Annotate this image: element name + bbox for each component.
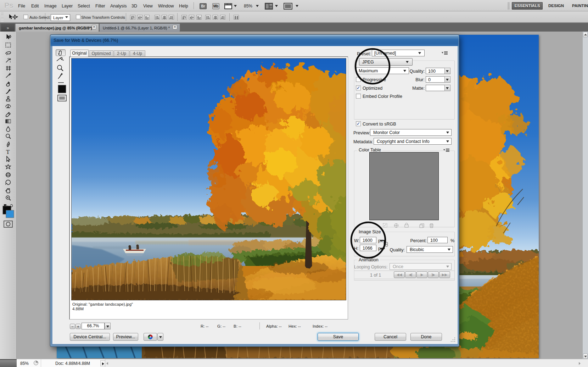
svg-text:T: T [6, 149, 10, 155]
